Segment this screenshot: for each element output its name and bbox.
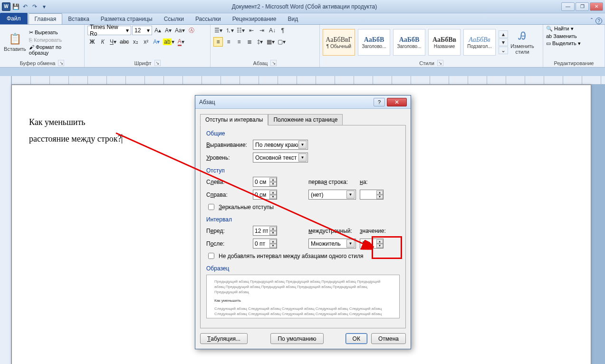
styles-expand[interactable]: ⌄ [499,47,508,54]
show-marks-button[interactable]: ¶ [278,26,288,35]
minimize-ribbon-icon[interactable]: ˆ [591,18,593,24]
spin-down-icon[interactable]: ▼ [269,182,277,186]
font-size-select[interactable]: 12▾ [132,26,152,35]
style-heading1[interactable]: АаБбВЗаголово... [358,29,390,56]
styles-dialog-launcher[interactable]: ↘ [437,60,443,66]
subscript-button[interactable]: x₂ [131,37,140,47]
vertical-ruler[interactable] [0,76,11,364]
after-spinner[interactable]: ▲▼ [253,239,277,249]
dialog-tab-position[interactable]: Положение на странице [268,114,343,125]
italic-button[interactable]: К [98,37,107,47]
dialog-help-button[interactable]: ? [374,98,385,106]
change-case-button[interactable]: Aa▾ [174,26,186,35]
spin-down-icon[interactable]: ▼ [269,195,277,199]
horizontal-ruler[interactable] [11,76,605,85]
strikethrough-button[interactable]: abc [119,37,130,47]
font-name-select[interactable]: Times New Ro▾ [87,26,131,35]
spin-up-icon[interactable]: ▲ [376,191,383,195]
qat-dropdown-icon[interactable]: ▾ [40,2,48,11]
change-styles-button[interactable]: Ꭿ Изменить стили [507,27,538,58]
paragraph-dialog-launcher[interactable]: ↘ [270,60,277,66]
paragraph-dialog: Абзац ? ✕ Отступы и интервалы Положение … [195,95,411,349]
default-button[interactable]: По умолчанию [270,333,323,344]
by-spinner[interactable]: ▲▼ [360,190,384,200]
sort-button[interactable]: A↓ [268,26,277,35]
ok-button[interactable]: ОК [346,333,367,344]
font-dialog-launcher[interactable]: ↘ [154,60,161,66]
style-title[interactable]: АаБбВвНазвание [428,29,461,56]
spin-down-icon[interactable]: ▼ [269,231,277,235]
clear-formatting-button[interactable]: Ⓐ [187,26,196,35]
spin-up-icon[interactable]: ▲ [269,227,277,231]
mirror-indents-checkbox[interactable] [208,204,214,210]
highlight-button[interactable]: ab▾ [162,37,175,47]
replace-button[interactable]: ab Заменить [546,33,577,39]
style-heading2[interactable]: АаБбВЗаголово... [393,29,425,56]
tab-view[interactable]: Вид [282,14,304,24]
cancel-button[interactable]: Отмена [371,333,406,344]
mirror-indents-label: Зеркальные отступы [219,204,274,211]
styles-row-down[interactable]: ▾ [499,38,508,46]
cut-button[interactable]: ✂ Вырезать [29,29,81,36]
clipboard-dialog-launcher[interactable]: ↘ [58,60,64,66]
spin-down-icon[interactable]: ▼ [269,244,277,248]
bullets-button[interactable]: ☰▾ [213,26,223,35]
help-icon[interactable]: ? [595,18,602,24]
text-effects-button[interactable]: A▾ [152,37,161,47]
shading-button[interactable]: ▦▾ [266,37,276,47]
indent-left-spinner[interactable]: ▲▼ [253,177,277,187]
redo-icon[interactable]: ↷ [30,2,39,11]
align-right-button[interactable]: ≡ [234,37,244,47]
style-subtitle[interactable]: АаБбВвПодзагол... [463,29,496,56]
borders-button[interactable]: ▢▾ [277,37,287,47]
alignment-select[interactable]: По левому краю▼ [253,140,308,150]
grow-font-button[interactable]: A▴ [153,26,163,35]
superscript-button[interactable]: x² [141,37,151,47]
underline-button[interactable]: Ч▾ [108,37,118,47]
paste-button[interactable]: 📋 Вставить [3,27,27,58]
first-line-select[interactable]: (нет)▼ [308,190,356,200]
dialog-close-button[interactable]: ✕ [387,98,407,106]
save-icon[interactable]: 💾 [11,2,20,11]
styles-row-up[interactable]: ▴ [499,30,508,38]
tabs-button[interactable]: Табуляция... [200,333,248,344]
spin-up-icon[interactable]: ▲ [269,239,277,244]
tab-home[interactable]: Главная [29,13,63,24]
align-left-button[interactable]: ≡ [213,37,223,47]
line-spacing-select[interactable]: Множитель▼ [308,239,356,249]
bold-button[interactable]: Ж [87,37,97,47]
tab-page-layout[interactable]: Разметка страницы [95,14,158,24]
spin-up-icon[interactable]: ▲ [269,178,277,182]
undo-icon[interactable]: ↶ [21,2,29,11]
increase-indent-button[interactable]: ⇥ [257,26,267,35]
spin-down-icon[interactable]: ▼ [376,195,383,199]
select-button[interactable]: ▭ Выделить ▾ [546,40,581,47]
close-button[interactable]: ✕ [590,2,603,11]
tab-review[interactable]: Рецензирование [227,14,282,24]
align-center-button[interactable]: ≡ [224,37,233,47]
multilevel-button[interactable]: ☷▾ [236,26,246,35]
format-painter-button[interactable]: 🖌 Формат по образцу [29,44,81,56]
line-spacing-button[interactable]: ‡▾ [255,37,265,47]
tab-mailings[interactable]: Рассылки [190,14,227,24]
style-normal[interactable]: АаБбВвГ¶ Обычный [323,29,355,56]
tab-references[interactable]: Ссылки [158,14,190,24]
decrease-indent-button[interactable]: ⇤ [247,26,256,35]
no-space-same-style-checkbox[interactable] [208,253,214,259]
level-select[interactable]: Основной текст▼ [253,153,308,163]
find-button[interactable]: 🔍 Найти ▾ [546,26,574,32]
tab-file[interactable]: Файл [0,13,28,24]
font-color-button[interactable]: A▾ [176,37,186,47]
tab-insert[interactable]: Вставка [62,14,95,24]
numbering-button[interactable]: ⒈▾ [224,26,235,35]
indent-right-spinner[interactable]: ▲▼ [253,190,277,200]
copy-button[interactable]: ⎘ Копировать [29,37,81,43]
spin-up-icon[interactable]: ▲ [269,191,277,195]
restore-button[interactable]: ❐ [576,2,589,11]
shrink-font-button[interactable]: A▾ [163,26,173,35]
minimize-button[interactable]: — [561,2,575,11]
dialog-tab-indents[interactable]: Отступы и интервалы [200,114,268,125]
justify-button[interactable]: ≣ [245,37,254,47]
change-styles-icon: Ꭿ [519,30,526,42]
before-spinner[interactable]: ▲▼ [253,226,277,236]
